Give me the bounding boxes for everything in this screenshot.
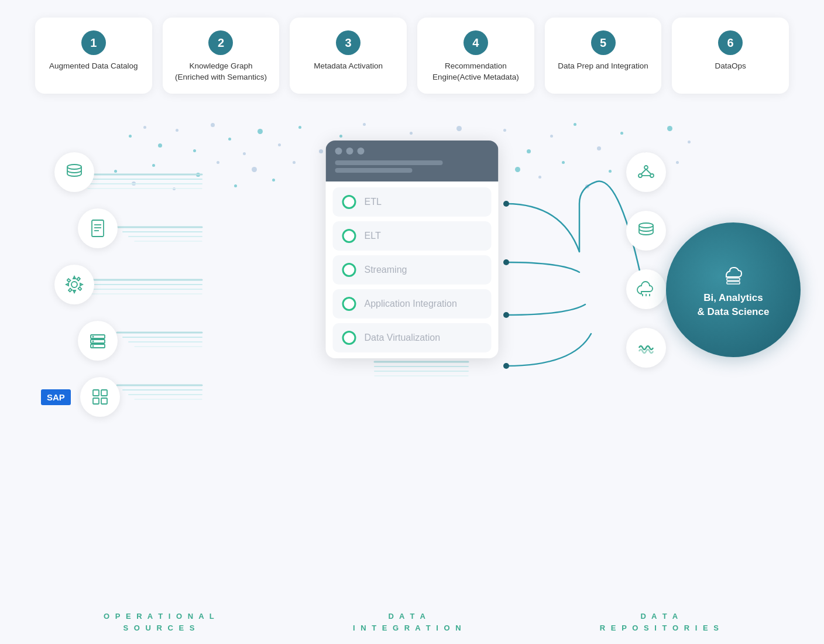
svg-rect-66 bbox=[727, 278, 740, 280]
browser-body: ETL ELT Streaming Application Integratio… bbox=[326, 181, 499, 358]
svg-rect-67 bbox=[727, 282, 740, 284]
svg-rect-55 bbox=[101, 398, 107, 404]
operational-sources-column: SAP bbox=[29, 152, 120, 417]
sap-badge: SAP bbox=[41, 389, 71, 405]
integration-item-data-virtualization[interactable]: Data Virtualization bbox=[333, 323, 492, 352]
card-5: 5 Data Prep and Integration bbox=[545, 18, 662, 94]
cloud-svg bbox=[636, 279, 657, 300]
source-server-icon bbox=[78, 321, 118, 361]
document-svg bbox=[87, 218, 108, 239]
bi-analytics-circle: Bi, Analytics& Data Science bbox=[666, 222, 801, 357]
card-label-3: Metadata Activation bbox=[314, 61, 383, 72]
radio-data-virtualization[interactable] bbox=[342, 331, 356, 345]
label-streaming: Streaming bbox=[365, 265, 407, 275]
integration-item-app-integration[interactable]: Application Integration bbox=[333, 289, 492, 318]
source-grid-icon bbox=[80, 377, 120, 417]
bottom-label-operational: O P E R A T I O N A L S O U R C E S bbox=[104, 611, 216, 633]
server-svg bbox=[87, 330, 108, 351]
card-number-5: 5 bbox=[591, 30, 616, 55]
card-2: 2 Knowledge Graph (Enriched with Semanti… bbox=[163, 18, 280, 94]
bi-circle-label: Bi, Analytics& Data Science bbox=[688, 291, 779, 319]
integration-item-etl[interactable]: ETL bbox=[333, 187, 492, 217]
browser-mock: ETL ELT Streaming Application Integratio… bbox=[326, 141, 499, 358]
card-number-1: 1 bbox=[81, 30, 106, 55]
bi-icon-svg bbox=[718, 261, 749, 286]
card-6: 6 DataOps bbox=[672, 18, 789, 94]
card-number-2: 2 bbox=[208, 30, 233, 55]
card-label-2: Knowledge Graph (Enriched with Semantics… bbox=[173, 61, 269, 83]
repo-cloud-icon bbox=[626, 269, 666, 309]
integration-item-elt[interactable]: ELT bbox=[333, 221, 492, 251]
svg-rect-41 bbox=[92, 220, 104, 237]
grid-svg bbox=[90, 386, 111, 407]
bottom-labels-row: O P E R A T I O N A L S O U R C E S D A … bbox=[0, 611, 824, 633]
repo-wave-icon bbox=[626, 328, 666, 368]
card-label-4: Recommendation Engine(Active Metadata) bbox=[428, 61, 524, 83]
repo-database-icon bbox=[626, 211, 666, 251]
card-label-6: DataOps bbox=[715, 61, 746, 72]
radio-etl[interactable] bbox=[342, 195, 356, 209]
label-data-virtualization: Data Virtualization bbox=[365, 333, 441, 343]
source-document-icon bbox=[78, 208, 118, 248]
svg-point-45 bbox=[71, 282, 77, 287]
top-cards-row: 1 Augmented Data Catalog 2 Knowledge Gra… bbox=[0, 18, 824, 94]
wave-svg bbox=[636, 337, 657, 358]
radio-elt[interactable] bbox=[342, 229, 356, 243]
svg-point-57 bbox=[638, 174, 642, 177]
svg-line-60 bbox=[646, 169, 651, 174]
label-etl: ETL bbox=[365, 197, 382, 207]
repo-db-svg bbox=[636, 220, 657, 241]
card-number-4: 4 bbox=[464, 30, 488, 55]
data-repositories-column bbox=[626, 152, 666, 368]
integration-item-streaming[interactable]: Streaming bbox=[333, 255, 492, 285]
browser-dot-2 bbox=[346, 148, 353, 155]
svg-point-39 bbox=[503, 363, 509, 369]
source-database-icon bbox=[54, 152, 94, 192]
source-gear-icon bbox=[54, 265, 94, 304]
label-elt: ELT bbox=[365, 231, 381, 241]
card-number-3: 3 bbox=[336, 30, 360, 55]
browser-header bbox=[326, 141, 499, 181]
label-app-integration: Application Integration bbox=[365, 299, 457, 309]
bottom-label-data-repositories: D A T A R E P O S I T O R I E S bbox=[600, 611, 720, 633]
repo-network-icon bbox=[626, 152, 666, 192]
radio-streaming[interactable] bbox=[342, 263, 356, 277]
svg-point-38 bbox=[503, 312, 509, 318]
sap-group: SAP bbox=[41, 377, 120, 417]
bottom-label-data-integration: D A T A I N T E G R A T I O N bbox=[353, 611, 463, 633]
svg-rect-54 bbox=[93, 398, 99, 404]
svg-point-50 bbox=[92, 341, 94, 342]
browser-dot-1 bbox=[335, 148, 342, 155]
gear-svg bbox=[64, 274, 85, 295]
database-svg bbox=[64, 162, 85, 183]
card-1: 1 Augmented Data Catalog bbox=[35, 18, 152, 94]
svg-rect-52 bbox=[93, 390, 99, 396]
svg-line-59 bbox=[641, 169, 646, 174]
browser-dots bbox=[335, 148, 489, 155]
diagram-area: SAP bbox=[0, 135, 824, 597]
card-4: 4 Recommendation Engine(Active Metadata) bbox=[417, 18, 534, 94]
card-number-6: 6 bbox=[718, 30, 743, 55]
radio-app-integration[interactable] bbox=[342, 297, 356, 311]
card-label-1: Augmented Data Catalog bbox=[49, 61, 138, 72]
svg-point-40 bbox=[67, 165, 81, 169]
svg-point-58 bbox=[650, 174, 654, 177]
card-3: 3 Metadata Activation bbox=[290, 18, 407, 94]
svg-rect-53 bbox=[101, 390, 107, 396]
svg-point-37 bbox=[503, 259, 509, 265]
svg-point-49 bbox=[92, 336, 94, 338]
network-svg bbox=[636, 162, 657, 183]
data-integration-panel: ETL ELT Streaming Application Integratio… bbox=[326, 141, 499, 358]
browser-bar-long bbox=[335, 160, 443, 165]
browser-dot-3 bbox=[358, 148, 365, 155]
browser-bar-short bbox=[335, 168, 413, 173]
svg-point-36 bbox=[503, 201, 509, 207]
svg-point-62 bbox=[639, 223, 653, 228]
card-label-5: Data Prep and Integration bbox=[558, 61, 648, 72]
svg-point-56 bbox=[644, 166, 648, 169]
svg-point-51 bbox=[92, 345, 94, 347]
